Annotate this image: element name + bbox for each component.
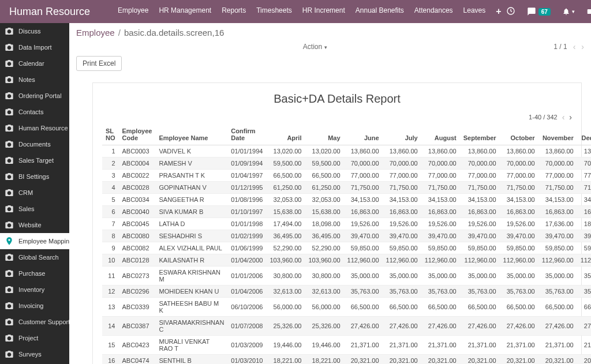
- action-dropdown[interactable]: Action ▾: [303, 43, 327, 51]
- sidebar-item[interactable]: Human Resource: [0, 120, 69, 136]
- cell-month: 36,495.00: [305, 230, 343, 242]
- sidebar-item[interactable]: Employee Mapping: [0, 233, 69, 249]
- sidebar-item[interactable]: Calendar: [0, 55, 69, 72]
- sidebar-item[interactable]: Surveys: [0, 346, 69, 362]
- col-month[interactable]: July: [383, 124, 421, 145]
- sidebar-item[interactable]: Notes: [0, 72, 69, 88]
- sidebar-item[interactable]: CRM: [0, 185, 69, 201]
- cell-name: SATHEESH BABU M K: [155, 298, 227, 317]
- sidebar-item[interactable]: BI Settings: [0, 168, 69, 185]
- table-row[interactable]: 12ABC0296MOHIDEEN KHAN U01/04/200632,613…: [102, 286, 591, 298]
- sidebar-item[interactable]: Global Search: [0, 249, 69, 265]
- top-menu-item[interactable]: HR Management: [159, 6, 211, 17]
- col-month[interactable]: June: [344, 124, 383, 145]
- pager-inner-prev-icon[interactable]: ‹: [562, 112, 565, 122]
- sidebar-item[interactable]: Purchase: [0, 265, 69, 282]
- top-menu-item[interactable]: Annual Benefits: [356, 6, 404, 17]
- cell-code: ABC0387: [119, 317, 156, 336]
- table-row[interactable]: 2ABC0004RAMESH V01/09/199459,500.0059,50…: [102, 157, 591, 170]
- table-row[interactable]: 15ABC0423MURALI VENKAT RAO T01/03/200919…: [102, 336, 591, 355]
- table-row[interactable]: 10ABC0128KAILASNATH R01/04/2000103,960.0…: [102, 254, 591, 267]
- cell-sl: 16: [102, 355, 119, 365]
- top-menu-item[interactable]: Attendances: [414, 6, 453, 17]
- sidebar-item[interactable]: Project: [0, 330, 69, 346]
- col-month[interactable]: November: [538, 124, 577, 145]
- cell-month: 35,763.00: [460, 286, 500, 298]
- col-month[interactable]: April: [266, 124, 305, 145]
- cell-date: 01/09/1994: [227, 157, 266, 170]
- sidebar-item[interactable]: Customer Support: [0, 314, 69, 330]
- table-row[interactable]: 16ABC0474SENTHIL B01/03/201018,221.0018,…: [102, 355, 591, 365]
- sidebar-item-label: Website: [18, 222, 42, 228]
- admin-menu[interactable]: ADMINISTRATOR ▾: [586, 7, 591, 16]
- top-menu-item[interactable]: Timesheets: [256, 6, 292, 17]
- sidebar-item[interactable]: Discuss: [0, 23, 69, 39]
- pager-inner-next-icon[interactable]: ›: [569, 112, 572, 122]
- sidebar-item[interactable]: Data Import: [0, 39, 69, 55]
- col-date[interactable]: Confirm Date: [227, 124, 266, 145]
- table-row[interactable]: 6ABC0040SIVA KUMAR B01/10/199715,638.001…: [102, 206, 591, 218]
- table-row[interactable]: 4ABC0028GOPINATHAN V01/12/199561,250.006…: [102, 182, 591, 194]
- messages-icon[interactable]: 67: [527, 7, 551, 16]
- col-sl[interactable]: SL NO: [102, 124, 119, 145]
- table-row[interactable]: 5ABC0034SANGEETHA R01/08/199632,053.0032…: [102, 194, 591, 206]
- table-row[interactable]: 1ABC0003VADIVEL K01/01/199413,020.0013,0…: [102, 145, 591, 157]
- cell-name: MURALI VENKAT RAO T: [155, 336, 227, 355]
- app-icon: [5, 43, 14, 52]
- col-month[interactable]: December: [577, 124, 591, 145]
- top-menu-item[interactable]: Reports: [222, 6, 246, 17]
- cell-month: 59,500.00: [266, 157, 305, 170]
- col-month[interactable]: October: [500, 124, 538, 145]
- sidebar-item[interactable]: Ordering Portal: [0, 88, 69, 104]
- sidebar-item[interactable]: Inventory: [0, 282, 69, 298]
- cell-code: ABC0080: [119, 230, 156, 242]
- notifications-icon[interactable]: ▾: [562, 7, 575, 16]
- table-row[interactable]: 9ABC0082ALEX VIZHALIL PAUL01/06/199952,2…: [102, 242, 591, 254]
- top-menu-item[interactable]: Leaves: [463, 6, 486, 17]
- col-month[interactable]: May: [305, 124, 343, 145]
- brand[interactable]: Human Resource: [9, 6, 90, 18]
- col-code[interactable]: Employee Code: [119, 124, 156, 145]
- table-row[interactable]: 13ABC0339SATHEESH BABU M K06/10/200656,0…: [102, 298, 591, 317]
- cell-month: 52,290.00: [266, 242, 305, 254]
- cell-month: 35,763.00: [383, 286, 421, 298]
- pager-outer-prev-icon[interactable]: ‹: [573, 42, 576, 51]
- table-row[interactable]: 11ABC0273ESWARA KRISHNAN M01/01/200630,8…: [102, 267, 591, 286]
- table-row[interactable]: 14ABC0387SIVARAMAKRISHNAN C01/07/200825,…: [102, 317, 591, 336]
- cell-month: 34,153.00: [500, 194, 538, 206]
- top-menu-item[interactable]: HR Increment: [302, 6, 345, 17]
- cell-month: 16,863.00: [500, 206, 538, 218]
- sidebar-item[interactable]: Invoicing: [0, 298, 69, 314]
- cell-month: 71,750.00: [538, 182, 577, 194]
- cell-month: 16,863.00: [460, 206, 500, 218]
- sidebar-item[interactable]: Sales: [0, 201, 69, 217]
- sidebar-item[interactable]: Contacts: [0, 104, 69, 120]
- col-name[interactable]: Employee Name: [155, 124, 227, 145]
- cell-month: 35,000.00: [344, 267, 383, 286]
- col-month[interactable]: August: [421, 124, 460, 145]
- cell-month: 70,000.00: [500, 157, 538, 170]
- report-title: Basic+DA Details Report: [102, 92, 572, 106]
- sidebar-item[interactable]: Documents: [0, 136, 69, 152]
- cell-month: 112,960.00: [421, 254, 460, 267]
- col-month[interactable]: September: [460, 124, 500, 145]
- table-row[interactable]: 8ABC0080SESHADHRI S01/02/199936,495.0036…: [102, 230, 591, 242]
- sidebar-item-label: BI Settings: [18, 173, 49, 180]
- table-row[interactable]: 3ABC0022PRASANTH T K01/04/199766,500.006…: [102, 170, 591, 182]
- pager-outer-next-icon[interactable]: ›: [581, 42, 584, 51]
- top-menu-item[interactable]: Employee: [118, 6, 148, 17]
- app-icon: [5, 204, 14, 213]
- breadcrumb-root[interactable]: Employee: [76, 28, 115, 37]
- sidebar-item[interactable]: Website: [0, 217, 69, 233]
- plus-icon[interactable]: +: [496, 6, 501, 17]
- print-excel-button[interactable]: Print Excel: [76, 56, 122, 71]
- cell-sl: 14: [102, 317, 119, 336]
- table-row[interactable]: 7ABC0045LATHA D01/01/199817,494.0018,098…: [102, 218, 591, 230]
- activity-icon[interactable]: [506, 6, 515, 17]
- cell-month: 35,000.00: [500, 267, 538, 286]
- cell-month: 34,153.00: [344, 194, 383, 206]
- cell-sl: 9: [102, 242, 119, 254]
- cell-month: 27,426.00: [500, 317, 538, 336]
- sidebar-item[interactable]: Sales Target: [0, 152, 69, 168]
- cell-month: 35,000.00: [538, 267, 577, 286]
